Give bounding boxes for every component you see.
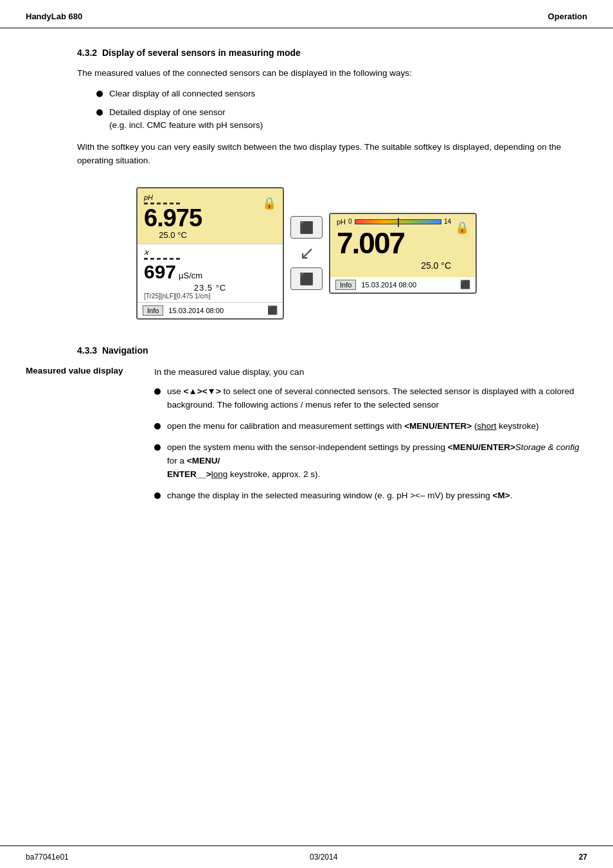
nav-right-content: In the measured value display, you can u… bbox=[154, 366, 587, 511]
footer-page: 27 bbox=[579, 853, 587, 862]
footer-center: 03/2014 bbox=[310, 853, 337, 862]
nav-bullet-1: use <▲><▼> to select one of several conn… bbox=[154, 385, 587, 412]
page-header: HandyLab 680 Operation bbox=[0, 0, 613, 28]
scale-14: 14 bbox=[444, 218, 451, 225]
nav-bullet-text-4: change the display in the selected measu… bbox=[167, 489, 512, 503]
nav-bullet-dot-3 bbox=[154, 444, 161, 451]
footer-left: ba77041e01 bbox=[26, 853, 69, 862]
header-right: Operation bbox=[548, 12, 587, 21]
bullet-item-2: Detailed display of one sensor(e.g. incl… bbox=[96, 106, 587, 132]
arrow-curved: ↙ bbox=[299, 242, 314, 264]
arrow-down-btn[interactable]: ⬛ bbox=[290, 267, 323, 290]
bullet-text-2: Detailed display of one sensor(e.g. incl… bbox=[109, 106, 263, 132]
bullet-text-1: Clear display of all connected sensors bbox=[109, 87, 255, 100]
lock-icon-left: 🔒 bbox=[262, 196, 276, 210]
ph-label-left: pH bbox=[144, 194, 202, 201]
ph-row-right: pH 0 14 7.007 25.0 °C 🔒 bbox=[330, 214, 475, 277]
bullet-dot-1 bbox=[96, 91, 103, 97]
nav-section: 4.3.3 Navigation Measured value display … bbox=[26, 345, 587, 511]
nav-bullet-text-1: use <▲><▼> to select one of several conn… bbox=[167, 385, 587, 412]
ph-row-left: pH 6.975 25.0 °C 🔒 bbox=[138, 188, 283, 244]
cond-row: ϰ 697 µS/cm 23.5 °C [Tr25][nLF][0.475 1/… bbox=[138, 244, 283, 303]
nav-bullet-text-2: open the menu for calibration and measur… bbox=[167, 420, 539, 433]
nav-title: 4.3.3 Navigation bbox=[77, 345, 587, 356]
section-intro: The measured values of the connected sen… bbox=[77, 67, 587, 80]
nav-bullet-4: change the display in the selected measu… bbox=[154, 489, 587, 503]
nav-bullet-dot-1 bbox=[154, 388, 161, 395]
cond-unit: µS/cm bbox=[179, 271, 202, 280]
status-bar-right: Info 15.03.2014 08:00 ⬛ bbox=[330, 277, 475, 293]
nav-bullets: use <▲><▼> to select one of several conn… bbox=[154, 385, 587, 502]
arrow-buttons: ⬛ ↙ ⬛ bbox=[290, 216, 323, 290]
section-body-432: With the softkey you can very easily swi… bbox=[77, 141, 587, 168]
info-btn-right[interactable]: Info bbox=[335, 280, 356, 290]
arrow-up-btn[interactable]: ⬛ bbox=[290, 216, 323, 239]
nav-bullet-text-3: open the system menu with the sensor-ind… bbox=[167, 441, 587, 482]
scale-0: 0 bbox=[348, 218, 352, 225]
device-screen-left: pH 6.975 25.0 °C 🔒 ϰ 697 µS/cm 23.5 °C [ bbox=[136, 187, 284, 320]
ph-value-left: 6.975 bbox=[144, 206, 202, 230]
nav-intro: In the measured value display, you can bbox=[154, 366, 587, 379]
nav-left-label: Measured value display bbox=[26, 366, 154, 511]
storage-icon-right: ⬛ bbox=[460, 280, 470, 289]
bullet-dot-2 bbox=[96, 109, 103, 116]
cond-value: 697 bbox=[144, 261, 176, 283]
nav-bullet-dot-4 bbox=[154, 493, 161, 499]
device-screen-right: pH 0 14 7.007 25.0 °C 🔒 Info bbox=[329, 213, 477, 294]
bullet-list-432: Clear display of all connected sensors D… bbox=[96, 87, 587, 132]
info-btn-left[interactable]: Info bbox=[143, 305, 163, 316]
section-title-432: 4.3.2 Display of several sensors in meas… bbox=[77, 48, 587, 58]
main-content: 4.3.2 Display of several sensors in meas… bbox=[0, 28, 613, 530]
nav-bullet-3: open the system menu with the sensor-ind… bbox=[154, 441, 587, 482]
status-bar-left: Info 15.03.2014 08:00 ⬛ bbox=[138, 303, 283, 318]
ph-label-right: pH bbox=[337, 218, 346, 226]
nav-body: Measured value display In the measured v… bbox=[26, 366, 587, 511]
cond-label: ϰ bbox=[144, 248, 276, 257]
storage-icon-left: ⬛ bbox=[267, 305, 278, 315]
cond-sub: [Tr25][nLF][0.475 1/cm] bbox=[144, 293, 276, 300]
nav-bullet-dot-2 bbox=[154, 423, 161, 429]
lock-icon-right: 🔒 bbox=[455, 221, 469, 235]
ph-temp-left: 25.0 °C bbox=[144, 230, 202, 240]
cond-temp: 23.5 °C bbox=[144, 283, 276, 293]
displays-row: pH 6.975 25.0 °C 🔒 ϰ 697 µS/cm 23.5 °C [ bbox=[26, 187, 587, 320]
bullet-item-1: Clear display of all connected sensors bbox=[96, 87, 587, 100]
dashes-cond bbox=[144, 258, 182, 260]
ph-value-right: 7.007 bbox=[337, 228, 451, 258]
ph-temp-right: 25.0 °C bbox=[337, 260, 451, 271]
header-left: HandyLab 680 bbox=[26, 12, 82, 21]
date-left: 15.03.2014 08:00 bbox=[168, 307, 262, 314]
page-footer: ba77041e01 03/2014 27 bbox=[0, 845, 613, 868]
nav-bullet-2: open the menu for calibration and measur… bbox=[154, 420, 587, 433]
date-right: 15.03.2014 08:00 bbox=[361, 281, 455, 289]
